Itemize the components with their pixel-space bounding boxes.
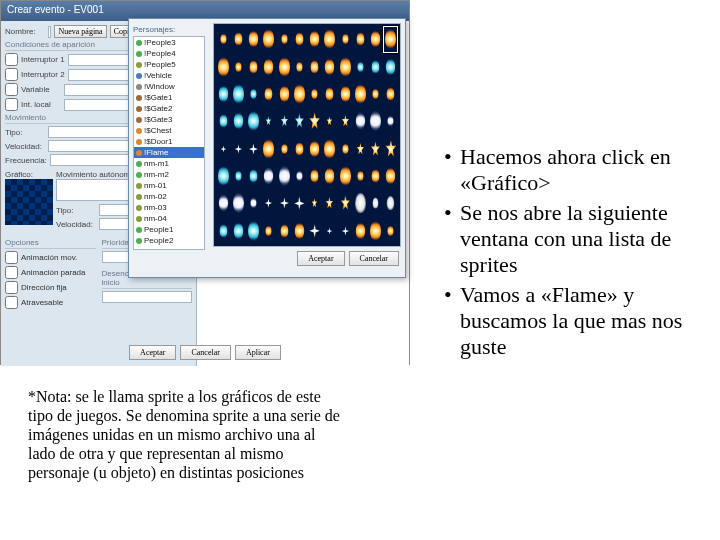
accept-button[interactable]: Aceptar xyxy=(129,345,176,360)
sprite-list-item[interactable]: People3 xyxy=(134,246,204,250)
sprite-cell[interactable] xyxy=(353,218,367,244)
sprite-cell[interactable] xyxy=(308,81,322,107)
sprite-cell[interactable] xyxy=(338,81,352,107)
sprite-cell[interactable] xyxy=(369,26,383,52)
sprite-cell[interactable] xyxy=(247,108,261,134)
sprite-cell[interactable] xyxy=(247,136,261,162)
sprite-list-item[interactable]: People1 xyxy=(134,224,204,235)
sprite-cell[interactable] xyxy=(353,81,367,107)
sprite-cell[interactable] xyxy=(384,26,398,52)
modal-cancel-button[interactable]: Cancelar xyxy=(349,251,399,266)
opt-fixed-dir[interactable] xyxy=(5,281,18,294)
opt-through[interactable] xyxy=(5,296,18,309)
sprite-cell[interactable] xyxy=(247,53,261,79)
sprite-cell[interactable] xyxy=(216,190,230,216)
sprite-list-item[interactable]: nm-03 xyxy=(134,202,204,213)
sprite-cell[interactable] xyxy=(338,218,352,244)
sprite-cell[interactable] xyxy=(231,190,245,216)
sprite-cell[interactable] xyxy=(353,26,367,52)
sprite-list-item[interactable]: nm-m2 xyxy=(134,169,204,180)
sprite-cell[interactable] xyxy=(308,190,322,216)
sprite-cell[interactable] xyxy=(277,26,291,52)
sprite-cell[interactable] xyxy=(277,136,291,162)
sprite-cell[interactable] xyxy=(247,81,261,107)
graphic-preview[interactable] xyxy=(5,179,53,225)
sprite-cell[interactable] xyxy=(338,108,352,134)
sprite-cell[interactable] xyxy=(292,163,306,189)
sprite-cell[interactable] xyxy=(262,53,276,79)
sprite-cell[interactable] xyxy=(277,190,291,216)
sprite-cell[interactable] xyxy=(353,108,367,134)
sprite-cell[interactable] xyxy=(369,218,383,244)
sprite-cell[interactable] xyxy=(308,53,322,79)
sprite-cell[interactable] xyxy=(338,190,352,216)
sprite-cell[interactable] xyxy=(231,163,245,189)
sprite-cell[interactable] xyxy=(216,81,230,107)
sprite-list-item[interactable]: !Vehicle xyxy=(134,70,204,81)
sprite-cell[interactable] xyxy=(384,163,398,189)
cancel-button[interactable]: Cancelar xyxy=(180,345,230,360)
sprite-cell[interactable] xyxy=(292,81,306,107)
sprite-cell[interactable] xyxy=(277,218,291,244)
sprite-cell[interactable] xyxy=(384,218,398,244)
sprite-cell[interactable] xyxy=(292,218,306,244)
sprite-cell[interactable] xyxy=(216,26,230,52)
sprite-sheet-grid[interactable] xyxy=(213,23,401,247)
sprite-cell[interactable] xyxy=(323,108,337,134)
sprite-list-item[interactable]: nm-04 xyxy=(134,213,204,224)
sprite-cell[interactable] xyxy=(247,26,261,52)
sprite-cell[interactable] xyxy=(216,108,230,134)
sprite-cell[interactable] xyxy=(216,136,230,162)
sprite-cell[interactable] xyxy=(384,190,398,216)
sprite-cell[interactable] xyxy=(384,81,398,107)
sprite-cell[interactable] xyxy=(369,190,383,216)
sprite-cell[interactable] xyxy=(292,136,306,162)
sprite-cell[interactable] xyxy=(323,218,337,244)
switch2-checkbox[interactable] xyxy=(5,68,18,81)
sprite-list-item[interactable]: People2 xyxy=(134,235,204,246)
sprite-cell[interactable] xyxy=(369,108,383,134)
sprite-cell[interactable] xyxy=(323,163,337,189)
sprite-cell[interactable] xyxy=(231,108,245,134)
sprite-cell[interactable] xyxy=(231,136,245,162)
sprite-cell[interactable] xyxy=(231,81,245,107)
sprite-list-item[interactable]: !People4 xyxy=(134,48,204,59)
name-input[interactable] xyxy=(48,26,51,38)
sprite-list-item[interactable]: !People3 xyxy=(134,37,204,48)
sprite-cell[interactable] xyxy=(323,53,337,79)
sprite-cell[interactable] xyxy=(262,26,276,52)
sprite-list-item[interactable]: !$Gate1 xyxy=(134,92,204,103)
sprite-cell[interactable] xyxy=(262,163,276,189)
sprite-cell[interactable] xyxy=(338,53,352,79)
sprite-cell[interactable] xyxy=(353,163,367,189)
switch1-checkbox[interactable] xyxy=(5,53,18,66)
sprite-cell[interactable] xyxy=(369,136,383,162)
sprite-cell[interactable] xyxy=(308,108,322,134)
sprite-cell[interactable] xyxy=(262,108,276,134)
sprite-list-item[interactable]: !$Gate2 xyxy=(134,103,204,114)
sprite-cell[interactable] xyxy=(216,53,230,79)
sprite-list-item[interactable]: nm-02 xyxy=(134,191,204,202)
sprite-cell[interactable] xyxy=(292,26,306,52)
sprite-cell[interactable] xyxy=(262,136,276,162)
sprite-cell[interactable] xyxy=(216,163,230,189)
sprite-cell[interactable] xyxy=(292,108,306,134)
sprite-cell[interactable] xyxy=(216,218,230,244)
sprite-list-item[interactable]: !$Gate3 xyxy=(134,114,204,125)
sprite-cell[interactable] xyxy=(292,190,306,216)
sprite-cell[interactable] xyxy=(369,163,383,189)
sprite-cell[interactable] xyxy=(338,136,352,162)
sprite-cell[interactable] xyxy=(247,218,261,244)
sprite-list-item[interactable]: !$Door1 xyxy=(134,136,204,147)
sprite-cell[interactable] xyxy=(231,53,245,79)
sprite-cell[interactable] xyxy=(231,218,245,244)
sprite-cell[interactable] xyxy=(353,136,367,162)
sprite-list-item[interactable]: !Flame xyxy=(134,147,204,158)
sprite-cell[interactable] xyxy=(323,26,337,52)
sprite-list-item[interactable]: !People5 xyxy=(134,59,204,70)
opt-anim-stop[interactable] xyxy=(5,266,18,279)
variable-checkbox[interactable] xyxy=(5,83,18,96)
sprite-list-item[interactable]: nm-01 xyxy=(134,180,204,191)
apply-button[interactable]: Aplicar xyxy=(235,345,281,360)
sprite-cell[interactable] xyxy=(384,53,398,79)
